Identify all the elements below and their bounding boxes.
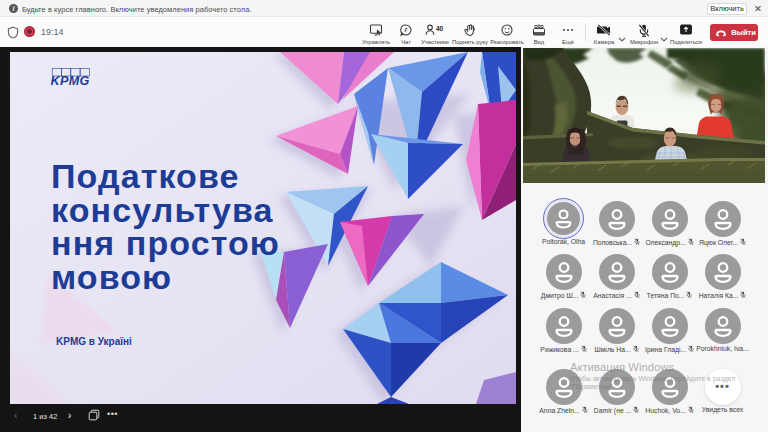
svg-text:F: F — [404, 27, 408, 33]
svg-text:40: 40 — [436, 25, 444, 32]
svg-text:KPMG: KPMG — [51, 74, 90, 86]
